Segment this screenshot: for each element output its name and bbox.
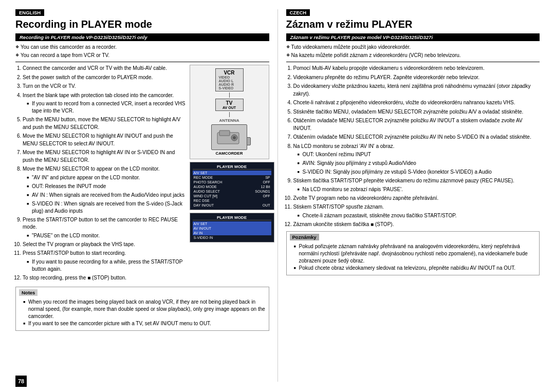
step-en-1: Connect the camcorder and VCR or TV with…	[23, 65, 186, 72]
czech-notes-box: Poznámky Pokud pořizujete záznam nahrávk…	[286, 231, 540, 275]
divider-1	[15, 62, 269, 62]
step-cz-9-subs: Na LCD monitoru se zobrazí nápis 'PAUSE'…	[293, 186, 540, 193]
step-cz-12: Záznam ukončíte stiskem tlačítka ■ (STOP…	[293, 221, 540, 229]
step-en-5: Push the MENU button, move the MENU SELE…	[23, 116, 186, 131]
menu2-row-0: A/V SET	[193, 221, 271, 226]
english-header-row: ENGLISH	[15, 9, 269, 16]
step-en-6: Move the MENU SELECTOR to highlight AV I…	[23, 133, 186, 147]
svg-point-3	[233, 136, 236, 139]
step-cz-8-sub1: OUT: Ukončení režimu INPUT	[298, 151, 540, 158]
step-cz-9-sub1: Na LCD monitoru se zobrazí nápis 'PAUSE'…	[298, 186, 540, 193]
page-number: 78	[15, 376, 27, 387]
english-sub-header: Recording in PLAYER mode VP-D323i/D325i/…	[15, 33, 269, 41]
menu1-row-4: AUDIO SELECTSOUND1	[193, 189, 271, 194]
step-en-9-subs: "PAUSE" on the LCD monitor.	[23, 232, 186, 239]
tv-box: TV AV OUT	[215, 99, 244, 111]
english-badge: ENGLISH	[15, 9, 44, 16]
step-en-8-sub4: S-VIDEO IN : When signals are received f…	[27, 200, 186, 215]
english-intro-item-2: You can record a tape from VCR or TV.	[15, 52, 269, 59]
step-cz-9: Stiskem tlačítka START/STOP přepněte vid…	[293, 177, 540, 193]
step-cz-8-sub3: S-VIDEO IN: Signály jsou přijímány ze vs…	[298, 169, 540, 176]
menu1-row-0: A/V SET	[193, 171, 271, 175]
poznamky-title: Poznámky	[290, 234, 319, 240]
menu1-row-6: REC DSE	[193, 198, 271, 203]
step-en-10: Select the TV program or playback the VH…	[23, 241, 186, 249]
cz-note-2: Pokud chcete obraz videokamery sledovat …	[294, 265, 536, 272]
notes-title: Notes	[19, 289, 38, 296]
czech-intro-item-1: Tuto videokameru můžete použít jako vide…	[286, 44, 540, 51]
divider-2	[286, 62, 540, 62]
vcr-line	[229, 92, 230, 98]
step-cz-4: Chcete-li nahrávat z připojeného videore…	[293, 99, 540, 107]
cz-note-1: Pokud pořizujete záznam nahrávky přehráv…	[294, 243, 536, 265]
english-steps-list: Connect the camcorder and VCR or TV with…	[15, 65, 186, 285]
menu1-row-2: PHOTO SEARCHOFF	[193, 180, 271, 184]
tv-line	[229, 112, 230, 117]
step-cz-11-subs: Chcete-li záznam pozastavit, stiskněte z…	[293, 212, 540, 219]
step-en-11: Press START/STOP button to start recordi…	[23, 250, 186, 273]
menu1-row-5: WIND CUT [M]OFF	[193, 194, 271, 198]
czech-sub-header: Záznam v režimu PLAYER pouze model VP-D3…	[286, 33, 540, 41]
step-en-4: Insert the blank tape with protection ta…	[23, 92, 186, 115]
step-cz-6: Otáčením ovladače MENU SELECTOR zvýrazně…	[293, 117, 540, 132]
step-cz-11: Stiskem START/STOP spusťte záznam. Chcet…	[293, 203, 540, 219]
step-en-3: Turn on the VCR or TV.	[23, 83, 186, 90]
menu2-row-1: AV IN/OUT	[193, 226, 271, 231]
menu1-row-1: REC MODESP	[193, 175, 271, 180]
czech-notes-list: Pokud pořizujete záznam nahrávky přehráv…	[290, 243, 536, 272]
step-en-11-subs: If you want to pause recording for a whi…	[23, 258, 186, 273]
step-en-8-sub1: "AV IN" and picture appear on the LCD mo…	[27, 174, 186, 181]
step-cz-2: Videokameru přepněte do režimu PLAYER. Z…	[293, 74, 540, 82]
czech-header-row: CZECH	[286, 9, 540, 16]
step-cz-7: Otáčením ovladače MENU SELECTOR zvýrazně…	[293, 134, 540, 141]
connection-diagram: VCR VIDEO AUDIO L AUDIO R S-VIDEO TV AV	[190, 65, 269, 159]
camcorder-lens	[247, 137, 251, 145]
antenna-area: ANTENNA CAMCOR	[211, 118, 247, 156]
vcr-box: VCR VIDEO AUDIO L AUDIO R S-VIDEO	[215, 68, 244, 91]
step-cz-1: Pomocí Multi-AV kabelu propojte videokam…	[293, 65, 540, 72]
step-cz-5: Stiskněte tlačítko MENU, ovladačem MENU …	[293, 108, 540, 116]
english-intro-list: You can use this camcorder as a recorder…	[15, 44, 269, 59]
step-cz-8-sub2: AVIN: Signály jsou přijímány z vstupů Au…	[298, 160, 540, 167]
step-en-7: Move the MENU SELECTOR to highlight AV I…	[23, 149, 186, 164]
step-cz-11-sub1: Chcete-li záznam pozastavit, stiskněte z…	[298, 212, 540, 219]
english-numbered-steps: Connect the camcorder and VCR or TV with…	[15, 65, 186, 282]
diagram-column: VCR VIDEO AUDIO L AUDIO R S-VIDEO TV AV	[190, 65, 269, 285]
menu1-row-7: DAY IN/OUTOUT	[193, 203, 271, 208]
step-en-11-sub1: If you want to pause recording for a whi…	[27, 258, 186, 273]
english-notes-box: Notes When you record the images being p…	[15, 287, 269, 331]
step-en-8-sub2: OUT: Releases the INPUT mode	[27, 183, 186, 190]
menu2-title: PLAYER MODE	[193, 215, 271, 220]
english-notes-list: When you record the images being played …	[19, 298, 266, 327]
step-cz-3: Do videokamery vložte prázdnou kazetu, k…	[293, 83, 540, 98]
camcorder-svg	[216, 128, 242, 146]
czech-main-title: Záznam v režimu PLAYER	[286, 18, 540, 30]
main-content-columns: ENGLISH Recording in PLAYER mode Recordi…	[15, 9, 540, 382]
menu2-row-3: S-VIDEO IN	[193, 235, 271, 240]
english-intro-item-1: You can use this camcorder as a recorder…	[15, 44, 269, 51]
step-en-2: Set the power switch of the camcorder to…	[23, 74, 186, 82]
menu-screenshot-1: PLAYER MODE A/V SET REC MODESP PHOTO SEA…	[190, 162, 274, 210]
en-note-1: When you record the images being played …	[23, 298, 266, 320]
svg-rect-1	[219, 130, 230, 136]
czech-intro-item-2: Na kazetu můžete pořídit záznam z videor…	[286, 52, 540, 59]
menu2-row-2: AV IN	[193, 231, 271, 235]
step-en-8: Move the MENU SELECTOR to appear on the …	[23, 165, 186, 215]
step-cz-8-subs: OUT: Ukončení režimu INPUT AVIN: Signály…	[293, 151, 540, 176]
step-en-9: Press the START/STOP button to set the c…	[23, 216, 186, 239]
menu1-title: PLAYER MODE	[193, 164, 271, 170]
camcorder-sketch	[211, 124, 247, 150]
step-en-8-sub3: AV IN : When signals are received from t…	[27, 192, 186, 199]
czech-badge: CZECH	[286, 9, 310, 16]
en-note-2: If you want to see the camcorder picture…	[23, 320, 266, 327]
menu1-row-3: AUDIO MODE12 Bit	[193, 184, 271, 189]
step-cz-8: Na LCD monitoru se zobrazí 'AV IN' a obr…	[293, 143, 540, 176]
step-en-9-sub1: "PAUSE" on the LCD monitor.	[27, 232, 186, 239]
czech-intro-list: Tuto videokameru můžete použít jako vide…	[286, 44, 540, 59]
camcorder-label: CAMCORDER	[216, 151, 243, 156]
step-en-4-note: If you want to record from a connected V…	[27, 100, 186, 115]
english-main-title: Recording in PLAYER mode	[15, 18, 269, 30]
step-en-4-subbullets: If you want to record from a connected V…	[23, 100, 186, 115]
step-en-8-subs: "AV IN" and picture appear on the LCD mo…	[23, 174, 186, 215]
czech-numbered-steps: Pomocí Multi-AV kabelu propojte videokam…	[286, 65, 540, 228]
